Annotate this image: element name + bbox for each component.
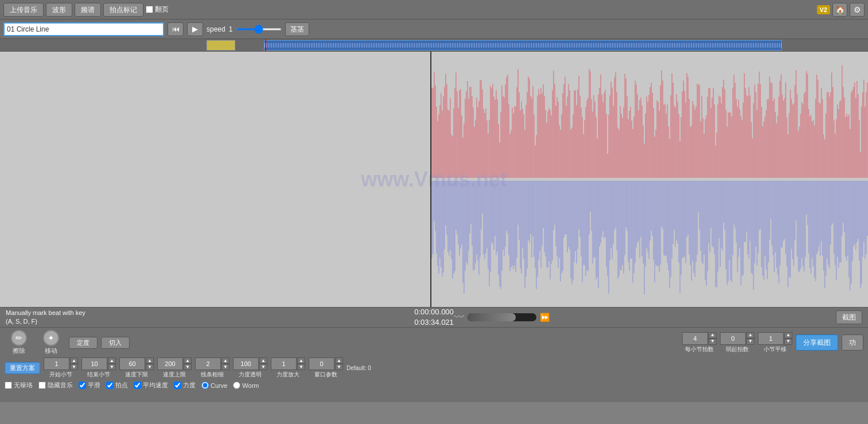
screenshot-button[interactable]: 截图 — [836, 310, 862, 324]
spectrum-button[interactable]: 频谱 — [75, 3, 101, 17]
svg-rect-621 — [709, 181, 710, 243]
erase-tool[interactable]: ✏ 擦除 — [5, 330, 33, 355]
beat-step-up[interactable]: ▲ — [784, 332, 792, 339]
define-btn[interactable]: 定度 — [69, 337, 98, 349]
loop-button[interactable]: 茎茎 — [285, 22, 309, 36]
worm-radio[interactable] — [233, 382, 240, 389]
move-tool[interactable]: ✦ 移动 — [37, 330, 65, 355]
volume-fill — [468, 313, 516, 321]
rewind-button[interactable]: ⏮ — [168, 22, 184, 36]
svg-rect-591 — [674, 181, 675, 230]
speed-down-up[interactable]: ▲ — [146, 357, 154, 364]
speed-up-up[interactable]: ▲ — [184, 357, 192, 364]
window-params-down[interactable]: ▼ — [335, 364, 343, 370]
beat-per-measure-input[interactable] — [682, 332, 708, 345]
volume-slider[interactable] — [468, 313, 536, 321]
svg-rect-45 — [483, 109, 484, 178]
beat-step-input[interactable] — [758, 332, 784, 345]
force-transparency-up[interactable]: ▲ — [259, 357, 267, 364]
save-button[interactable]: 功 — [842, 334, 863, 351]
force-transparency-down[interactable]: ▼ — [259, 364, 267, 370]
speed-up-input[interactable] — [157, 357, 183, 370]
reset-scheme-button[interactable]: 重置方案 — [5, 362, 40, 374]
avg-speed-checkbox[interactable] — [134, 382, 141, 389]
svg-rect-508 — [578, 181, 579, 229]
speed-down-spinbox: ▲ ▼ 速度下限 — [119, 357, 154, 379]
start-measure-up[interactable]: ▲ — [70, 357, 78, 364]
beat-per-measure-up[interactable]: ▲ — [709, 332, 717, 339]
play-button[interactable]: ▶ — [187, 22, 203, 36]
svg-rect-443 — [504, 181, 505, 256]
svg-rect-82 — [526, 104, 527, 178]
no-noise-checkbox[interactable] — [5, 382, 12, 389]
cut-in-btn[interactable]: 切入 — [101, 337, 130, 349]
curve-radio[interactable] — [201, 382, 209, 389]
svg-rect-558 — [636, 181, 637, 247]
window-params-up[interactable]: ▲ — [335, 357, 343, 364]
line-thickness-spinbox: ▲ ▼ 线条粗细 — [195, 357, 229, 379]
main-waveform-area[interactable]: www.Vmus.net — [0, 52, 868, 307]
svg-rect-686 — [783, 181, 784, 240]
force-magnify-down[interactable]: ▼ — [297, 364, 305, 370]
svg-rect-84 — [528, 76, 529, 178]
timeline-strip[interactable] — [0, 39, 868, 52]
share-screenshot-button[interactable]: 分享截图 — [796, 334, 838, 351]
end-measure-input[interactable] — [81, 357, 107, 370]
beat-mark-button[interactable]: 拍点标记 — [103, 3, 143, 17]
waveform-button[interactable]: 波形 — [46, 3, 72, 17]
timeline-waveform-mini[interactable] — [264, 40, 782, 50]
song-title-input[interactable] — [3, 22, 164, 36]
line-thickness-input[interactable] — [195, 357, 221, 370]
line-thickness-down[interactable]: ▼ — [221, 364, 229, 370]
svg-rect-533 — [607, 181, 608, 276]
speed-down-down[interactable]: ▼ — [146, 364, 154, 370]
home-button[interactable]: 🏠 — [832, 3, 847, 17]
settings-icon: ⚙ — [854, 5, 861, 14]
svg-rect-113 — [561, 114, 562, 178]
flip-page-checkbox[interactable] — [146, 6, 153, 13]
svg-rect-130 — [581, 108, 582, 178]
hide-music-checkbox[interactable] — [38, 382, 46, 389]
beat-per-measure-down[interactable]: ▼ — [709, 339, 717, 345]
force-checkbox[interactable] — [174, 382, 181, 389]
speed-up-down[interactable]: ▼ — [184, 364, 192, 370]
svg-rect-713 — [814, 181, 815, 278]
swing-beat-down[interactable]: ▼ — [746, 339, 754, 345]
window-params-input[interactable] — [309, 357, 334, 370]
svg-rect-430 — [489, 181, 490, 286]
beat-step-down[interactable]: ▼ — [784, 339, 792, 345]
svg-rect-640 — [730, 181, 731, 280]
force-magnify-input[interactable] — [271, 357, 297, 370]
svg-rect-627 — [715, 181, 717, 287]
speed-up-spinbox: ▲ ▼ 速度上限 — [157, 357, 192, 379]
force-transparency-input[interactable] — [233, 357, 259, 370]
svg-rect-251 — [720, 97, 721, 178]
settings-button[interactable]: ⚙ — [850, 3, 865, 17]
upload-music-button[interactable]: 上传音乐 — [3, 3, 44, 17]
svg-rect-383 — [435, 181, 436, 231]
swing-beat-input[interactable] — [720, 332, 746, 345]
svg-rect-25 — [460, 89, 461, 178]
move-icon[interactable]: ✦ — [43, 330, 59, 346]
svg-rect-398 — [452, 181, 453, 279]
swing-beat-up[interactable]: ▲ — [746, 332, 754, 339]
svg-rect-345 — [828, 92, 829, 178]
smooth-checkbox[interactable] — [79, 382, 86, 389]
end-measure-up[interactable]: ▲ — [108, 357, 116, 364]
start-measure-down[interactable]: ▼ — [70, 364, 78, 370]
end-measure-down[interactable]: ▼ — [108, 364, 116, 370]
svg-rect-497 — [566, 181, 567, 234]
erase-icon[interactable]: ✏ — [11, 330, 27, 346]
speed-down-input[interactable] — [119, 357, 145, 370]
speed-slider[interactable] — [236, 28, 282, 30]
timeline-thumb[interactable] — [207, 40, 235, 50]
svg-rect-332 — [813, 120, 814, 178]
svg-rect-63 — [504, 98, 505, 178]
start-measure-input[interactable] — [44, 357, 69, 370]
force-magnify-up[interactable]: ▲ — [297, 357, 305, 364]
svg-rect-222 — [687, 73, 688, 178]
beat-checkbox[interactable] — [106, 382, 114, 389]
start-measure-spinbox: ▲ ▼ 开始小节 — [44, 357, 78, 379]
svg-rect-465 — [529, 181, 530, 243]
line-thickness-up[interactable]: ▲ — [221, 357, 229, 364]
